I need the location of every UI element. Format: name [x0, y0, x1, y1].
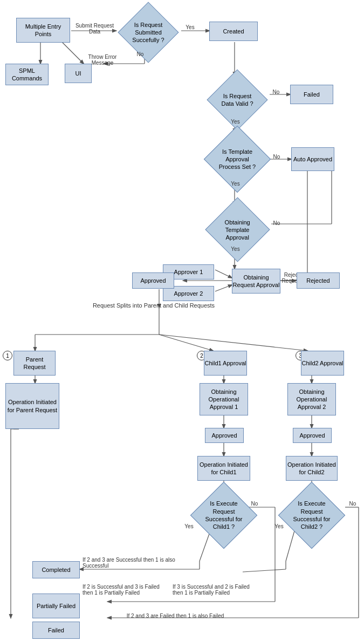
child2-approval-box: Child2 Approval [301, 351, 344, 376]
svg-line-18 [215, 285, 232, 291]
is-execute-child2-diamond: Is Execute Request Successful for Child2… [282, 488, 341, 542]
svg-line-26 [159, 335, 307, 351]
svg-line-2 [62, 42, 84, 64]
yes-label-3: Yes [229, 181, 242, 187]
obtaining-op-approval-1-box: Obtaining Operational Approval 1 [200, 383, 248, 415]
no-label-2: No [271, 89, 281, 95]
if-3-success-2-failed-label: If 3 is Successful and 2 is Failed then … [173, 584, 259, 596]
split-label: Request Splits into Parent and Child Req… [70, 302, 237, 309]
approved-child2-box: Approved [293, 428, 332, 443]
is-execute-child1-diamond: Is Execute Request Successful for Child1… [194, 488, 253, 542]
yes-label-child2: Yes [272, 523, 286, 529]
if-2-and-3-failed-label: If 2 and 3 are Failed then 1 is also Fai… [108, 613, 243, 619]
child1-approval-box: Child1 Approval [204, 351, 247, 376]
yes-label-child1: Yes [182, 523, 196, 529]
flowchart-diagram: Multiple Entry Points Submit Request Dat… [0, 0, 364, 641]
no-label-4: No [271, 220, 282, 226]
multiple-entry-points-box: Multiple Entry Points [16, 18, 70, 43]
parent-request-box: Parent Request [13, 351, 56, 376]
circle-1: 1 [3, 351, 12, 360]
yes-label-2: Yes [229, 119, 242, 125]
yes-label-4: Yes [229, 246, 242, 252]
if-2-and-3-success-label: If 2 and 3 are Successful then 1 is also… [83, 557, 196, 569]
partially-failed-box: Partially Failed [32, 594, 80, 618]
svg-line-25 [159, 335, 213, 351]
operation-initiated-child2-box: Operation Initiated for Child2 [286, 456, 338, 481]
obtaining-request-approval-box: Obtaining Request Approval [232, 269, 280, 294]
created-box: Created [209, 22, 258, 41]
spml-commands-box: SPML Commands [5, 64, 49, 85]
failed-top-box: Failed [290, 85, 333, 104]
operation-initiated-parent-box: Operation Initiated for Parent Request [5, 383, 59, 429]
is-request-submitted-diamond: Is Request Submitted Succefully ? [113, 8, 183, 57]
obtaining-op-approval-2-box: Obtaining Operational Approval 2 [287, 383, 336, 415]
rejected-box: Rejected [297, 272, 340, 289]
operation-initiated-child1-box: Operation Initiated for Child1 [197, 456, 250, 481]
is-template-approval-diamond: Is Template Approval Process Set ? [210, 132, 264, 186]
if-2-success-3-failed-label: If 2 is Successful and 3 is Failed then … [83, 584, 169, 596]
no-label-child1: No [249, 501, 260, 507]
ui-box: UI [65, 64, 92, 83]
yes-label-1: Yes [183, 24, 197, 30]
completed-box: Completed [32, 561, 80, 578]
no-label-3: No [271, 154, 282, 160]
failed-bottom-box: Failed [32, 622, 80, 639]
approved-child1-box: Approved [205, 428, 244, 443]
is-request-data-valid-diamond: Is Request Data Valid ? [210, 76, 264, 124]
auto-approved-box: Auto Approved [291, 147, 334, 171]
no-label-child2: No [347, 501, 358, 507]
svg-line-17 [215, 270, 232, 278]
approved-box: Approved [132, 272, 174, 289]
svg-line-47 [243, 569, 286, 572]
no-label-1: No [135, 51, 146, 57]
submit-request-data-label: Submit Request Data [74, 23, 115, 35]
